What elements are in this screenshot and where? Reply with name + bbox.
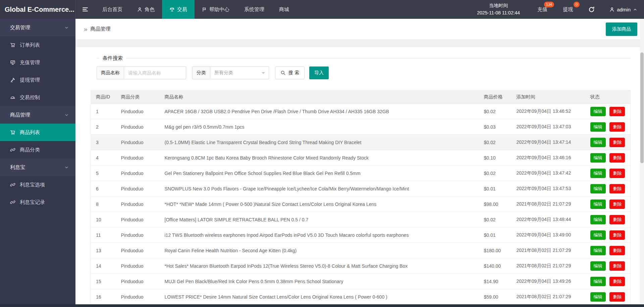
delete-button[interactable]: 删除 [609,153,625,163]
cell-product-id: 8 [91,196,116,212]
search-fieldset: 条件搜索 商品名称 分类 所有分类 搜 [97,55,631,79]
local-time: 当地时间 2025-11-08 11:02:44 [477,2,520,16]
edit-button[interactable]: 编辑 [590,122,606,132]
sidebar-item-recharge-management[interactable]: 充值管理 [0,54,75,71]
double-arrow-icon: » [84,26,88,32]
menu-toggle-button[interactable] [75,0,95,19]
sidebar-item-product-list[interactable]: 商品列表 [0,124,75,141]
cell-product-price: $0.02 [479,135,512,150]
cell-added-time: 2021年08月02日 21:07:29 [512,289,585,305]
sidebar-item-label: 商品列表 [20,129,40,136]
sidebar-item-withdraw-management[interactable]: 提现管理 [0,71,75,89]
table-row: 11 Pinduoduo i12 TWS Bluetooth wireless … [91,227,631,243]
user-menu[interactable]: admin [609,7,637,12]
delete-button[interactable]: 删除 [609,169,625,178]
sidebar-item-label: 交易管理 [10,25,30,31]
nav-item-label: 商城 [279,6,289,13]
table-row: 6 Pinduoduo SNOWPLUS New 3.0 Pods Flavor… [91,181,631,196]
scrollbar-thumb[interactable] [640,52,644,163]
cell-product-price: $0.02 [479,166,512,181]
cell-product-category: Pinduoduo [116,104,160,119]
chevron-down-icon [64,165,69,170]
nav-item-roles[interactable]: 角色 [130,0,162,19]
sidebar-section-trade-management[interactable]: 交易管理 [0,19,75,36]
cell-actions: 编辑 删除 [585,243,631,258]
nav-item-trade[interactable]: 交易 [162,0,195,19]
search-button[interactable]: 搜 索 [275,67,305,79]
sidebar-item-label: 利息宝选项 [20,182,45,188]
cell-product-name: [Office Matters] LATOR SIMPLE RETRACTABL… [160,212,479,227]
sidebar-item-product-category[interactable]: 商品分类 [0,141,75,159]
table-row: 4 Pinduoduo Kerongsang 0.8CM 1pc Batu Ko… [91,150,631,166]
link-icon [10,200,15,205]
edit-button[interactable]: 编辑 [590,169,606,178]
header-product-name: 商品名称 [160,90,479,104]
cell-added-time: 2022年09月04日 13:47:42 [512,166,585,181]
delete-button[interactable]: 删除 [609,107,625,116]
edit-button[interactable]: 编辑 [590,292,606,302]
cell-added-time: 2021年08月02日 21:07:29 [512,258,585,274]
edit-button[interactable]: 编辑 [590,200,606,209]
nav-item-label: 角色 [145,6,155,13]
edit-button[interactable]: 编辑 [590,261,606,271]
delete-button[interactable]: 删除 [609,230,625,240]
sidebar-item-interest-options[interactable]: 利息宝选项 [0,176,75,193]
product-name-group: 商品名称 [97,67,186,79]
cell-product-category: Pinduoduo [116,150,160,166]
cell-product-name: APACER 16GB / 32GB USB2.0 Pendrive Pen D… [160,104,479,119]
username: admin [617,7,631,12]
app-logo[interactable]: Global E-Commerce... [0,0,75,19]
add-product-button[interactable]: 添加商品 [606,23,637,36]
cell-product-id: 13 [91,243,116,258]
cell-product-id: 4 [91,150,116,166]
edit-button[interactable]: 编辑 [590,184,606,193]
delete-button[interactable]: 删除 [609,122,625,132]
cart-icon [10,130,15,135]
top-navbar: Global E-Commerce... 后台首页 角色 交易 帮助中心 系统管… [0,0,644,19]
cell-product-price: $0.01 [479,181,512,196]
cell-product-name: i12 TWS Bluetooth wireless earphones Inp… [160,227,479,243]
nav-item-system[interactable]: 系统管理 [237,0,272,19]
nav-item-mall[interactable]: 商城 [272,0,297,19]
edit-button[interactable]: 编辑 [590,215,606,224]
category-select[interactable]: 所有分类 [210,67,269,79]
product-name-input[interactable] [124,67,186,79]
delete-button[interactable]: 删除 [609,261,625,271]
cell-actions: 编辑 删除 [585,274,631,289]
nav-item-dashboard[interactable]: 后台首页 [95,0,130,19]
edit-button[interactable]: 编辑 [590,138,606,147]
edit-button[interactable]: 编辑 [590,107,606,116]
cell-product-id: 15 [91,274,116,289]
sidebar-item-order-list[interactable]: 订单列表 [0,36,75,54]
edit-button[interactable]: 编辑 [590,230,606,240]
delete-button[interactable]: 删除 [609,200,625,209]
flag-icon [202,7,207,12]
edit-button[interactable]: 编辑 [590,246,606,255]
search-icon [280,70,286,76]
nav-item-recharge[interactable]: 充值 134 [537,6,547,13]
refresh-button[interactable] [588,6,595,13]
cell-product-category: Pinduoduo [116,227,160,243]
header-product-price: 商品价格 [479,90,512,104]
sidebar-item-interest-records[interactable]: 利息宝记录 [0,193,75,211]
cart-icon [10,42,15,48]
import-button[interactable]: 导入 [309,67,329,79]
edit-button[interactable]: 编辑 [590,277,606,286]
delete-button[interactable]: 删除 [609,246,625,255]
vertical-scrollbar[interactable] [640,19,644,307]
delete-button[interactable]: 删除 [609,277,625,286]
cell-added-time: 2022年09月04日 13:46:16 [512,150,585,166]
edit-button[interactable]: 编辑 [590,153,606,163]
delete-button[interactable]: 删除 [609,138,625,147]
delete-button[interactable]: 删除 [609,215,625,224]
cell-product-name: M&g gel pen r3/r5 0.5mm/0.7mm 1pcs [160,119,479,135]
nav-item-withdraw[interactable]: 提现 0 [563,6,573,13]
cell-product-category: Pinduoduo [116,166,160,181]
sidebar-section-interest-treasure[interactable]: 利息宝 [0,159,75,176]
sidebar-section-product-management[interactable]: 商品管理 [0,106,75,124]
sidebar-item-trade-control[interactable]: 交易控制 [0,89,75,106]
delete-button[interactable]: 删除 [609,292,625,302]
cell-product-id: 5 [91,166,116,181]
nav-item-help[interactable]: 帮助中心 [195,0,237,19]
delete-button[interactable]: 删除 [609,184,625,193]
